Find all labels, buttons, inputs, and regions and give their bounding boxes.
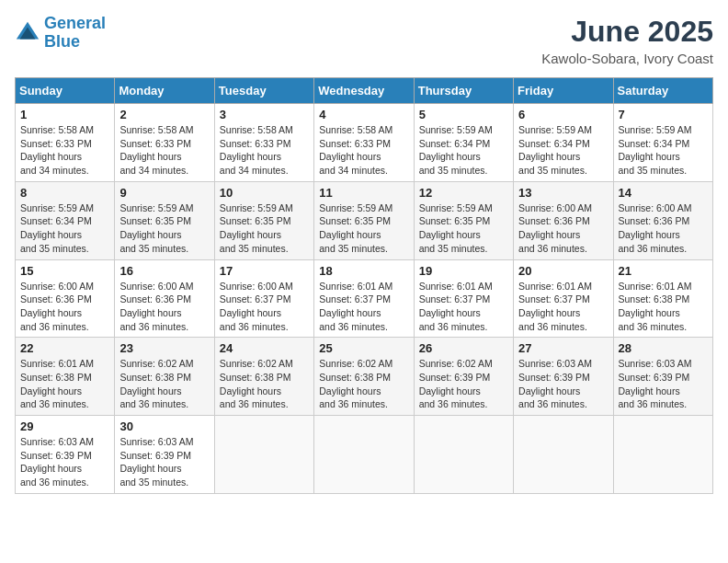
- calendar-day-cell: 19 Sunrise: 6:01 AM Sunset: 6:37 PM Dayl…: [414, 259, 513, 338]
- day-number: 2: [119, 108, 209, 121]
- day-info: Sunrise: 6:00 AM Sunset: 6:36 PM Dayligh…: [518, 201, 608, 256]
- day-number: 16: [119, 264, 209, 278]
- col-monday: Monday: [115, 78, 214, 104]
- day-info: Sunrise: 6:02 AM Sunset: 6:38 PM Dayligh…: [119, 357, 209, 411]
- calendar-day-cell: 22 Sunrise: 6:01 AM Sunset: 6:38 PM Dayl…: [16, 338, 115, 416]
- day-info: Sunrise: 5:58 AM Sunset: 6:33 PM Dayligh…: [319, 123, 408, 178]
- day-info: Sunrise: 6:02 AM Sunset: 6:38 PM Dayligh…: [220, 357, 309, 411]
- day-info: Sunrise: 5:59 AM Sunset: 6:35 PM Dayligh…: [119, 201, 209, 256]
- calendar-day-cell: 25 Sunrise: 6:02 AM Sunset: 6:38 PM Dayl…: [314, 338, 414, 416]
- day-number: 27: [518, 341, 608, 355]
- calendar-week-row: 15 Sunrise: 6:00 AM Sunset: 6:36 PM Dayl…: [16, 259, 713, 338]
- calendar-day-cell: 20 Sunrise: 6:01 AM Sunset: 6:37 PM Dayl…: [514, 259, 613, 338]
- calendar-day-cell: 16 Sunrise: 6:00 AM Sunset: 6:36 PM Dayl…: [115, 259, 214, 338]
- day-number: 13: [518, 186, 608, 200]
- day-info: Sunrise: 6:03 AM Sunset: 6:39 PM Dayligh…: [119, 435, 209, 489]
- calendar-body: 1 Sunrise: 5:58 AM Sunset: 6:33 PM Dayli…: [16, 104, 713, 494]
- calendar-day-cell: 12 Sunrise: 5:59 AM Sunset: 6:35 PM Dayl…: [414, 181, 513, 259]
- col-thursday: Thursday: [414, 78, 513, 104]
- day-info: Sunrise: 6:01 AM Sunset: 6:38 PM Dayligh…: [20, 357, 109, 411]
- calendar-day-cell: 2 Sunrise: 5:58 AM Sunset: 6:33 PM Dayli…: [115, 104, 214, 182]
- day-number: 14: [619, 186, 708, 200]
- day-info: Sunrise: 6:00 AM Sunset: 6:36 PM Dayligh…: [619, 201, 708, 256]
- logo: General Blue: [15, 15, 106, 52]
- day-number: 11: [319, 186, 408, 200]
- day-number: 24: [220, 341, 309, 355]
- day-info: Sunrise: 6:02 AM Sunset: 6:38 PM Dayligh…: [319, 357, 408, 411]
- col-friday: Friday: [514, 78, 613, 104]
- day-info: Sunrise: 5:58 AM Sunset: 6:33 PM Dayligh…: [20, 123, 109, 178]
- day-number: 18: [319, 264, 408, 278]
- day-number: 17: [220, 264, 309, 278]
- calendar-day-cell: 29 Sunrise: 6:03 AM Sunset: 6:39 PM Dayl…: [16, 416, 115, 494]
- day-number: 3: [220, 108, 309, 121]
- day-info: Sunrise: 5:58 AM Sunset: 6:33 PM Dayligh…: [220, 123, 309, 178]
- month-year-title: June 2025: [541, 15, 713, 49]
- day-number: 4: [319, 108, 408, 121]
- col-saturday: Saturday: [613, 78, 712, 104]
- day-info: Sunrise: 5:59 AM Sunset: 6:34 PM Dayligh…: [20, 201, 109, 256]
- day-number: 25: [319, 341, 408, 355]
- day-number: 6: [518, 108, 608, 121]
- calendar-day-cell: 27 Sunrise: 6:03 AM Sunset: 6:39 PM Dayl…: [514, 338, 613, 416]
- day-number: 29: [20, 419, 109, 433]
- day-info: Sunrise: 6:00 AM Sunset: 6:36 PM Dayligh…: [119, 280, 209, 334]
- calendar-day-cell: 11 Sunrise: 5:59 AM Sunset: 6:35 PM Dayl…: [314, 181, 414, 259]
- col-wednesday: Wednesday: [314, 78, 414, 104]
- calendar-day-cell: 15 Sunrise: 6:00 AM Sunset: 6:36 PM Dayl…: [16, 259, 115, 338]
- day-number: 5: [419, 108, 508, 121]
- day-info: Sunrise: 5:58 AM Sunset: 6:33 PM Dayligh…: [119, 123, 209, 178]
- calendar-day-cell: 6 Sunrise: 5:59 AM Sunset: 6:34 PM Dayli…: [514, 104, 613, 182]
- day-number: 10: [220, 186, 309, 200]
- day-info: Sunrise: 6:01 AM Sunset: 6:38 PM Dayligh…: [619, 280, 708, 334]
- day-info: Sunrise: 5:59 AM Sunset: 6:35 PM Dayligh…: [419, 201, 508, 256]
- calendar-day-cell: 28 Sunrise: 6:03 AM Sunset: 6:39 PM Dayl…: [613, 338, 712, 416]
- day-number: 8: [20, 186, 109, 200]
- empty-cell: [314, 416, 414, 494]
- day-number: 28: [619, 341, 708, 355]
- calendar-day-cell: 3 Sunrise: 5:58 AM Sunset: 6:33 PM Dayli…: [214, 104, 313, 182]
- calendar-day-cell: 18 Sunrise: 6:01 AM Sunset: 6:37 PM Dayl…: [314, 259, 414, 338]
- empty-cell: [414, 416, 513, 494]
- calendar-day-cell: 8 Sunrise: 5:59 AM Sunset: 6:34 PM Dayli…: [16, 181, 115, 259]
- day-number: 23: [119, 341, 209, 355]
- logo-line1: General: [44, 14, 106, 32]
- calendar-day-cell: 21 Sunrise: 6:01 AM Sunset: 6:38 PM Dayl…: [613, 259, 712, 338]
- day-info: Sunrise: 5:59 AM Sunset: 6:34 PM Dayligh…: [619, 123, 708, 178]
- logo-line2: Blue: [44, 32, 80, 51]
- calendar-day-cell: 30 Sunrise: 6:03 AM Sunset: 6:39 PM Dayl…: [115, 416, 214, 494]
- calendar-week-row: 29 Sunrise: 6:03 AM Sunset: 6:39 PM Dayl…: [16, 416, 713, 494]
- location-subtitle: Kawolo-Sobara, Ivory Coast: [541, 51, 713, 66]
- calendar-day-cell: 4 Sunrise: 5:58 AM Sunset: 6:33 PM Dayli…: [314, 104, 414, 182]
- calendar-week-row: 1 Sunrise: 5:58 AM Sunset: 6:33 PM Dayli…: [16, 104, 713, 182]
- calendar-week-row: 22 Sunrise: 6:01 AM Sunset: 6:38 PM Dayl…: [16, 338, 713, 416]
- day-info: Sunrise: 5:59 AM Sunset: 6:35 PM Dayligh…: [220, 201, 309, 256]
- calendar-day-cell: 23 Sunrise: 6:02 AM Sunset: 6:38 PM Dayl…: [115, 338, 214, 416]
- calendar-day-cell: 17 Sunrise: 6:00 AM Sunset: 6:37 PM Dayl…: [214, 259, 313, 338]
- calendar-day-cell: 1 Sunrise: 5:58 AM Sunset: 6:33 PM Dayli…: [16, 104, 115, 182]
- calendar-day-cell: 5 Sunrise: 5:59 AM Sunset: 6:34 PM Dayli…: [414, 104, 513, 182]
- empty-cell: [214, 416, 313, 494]
- day-info: Sunrise: 6:03 AM Sunset: 6:39 PM Dayligh…: [619, 357, 708, 411]
- day-number: 19: [419, 264, 508, 278]
- day-number: 1: [20, 108, 109, 121]
- day-info: Sunrise: 5:59 AM Sunset: 6:35 PM Dayligh…: [319, 201, 408, 256]
- page-header: General Blue June 2025 Kawolo-Sobara, Iv…: [15, 15, 713, 66]
- day-number: 7: [619, 108, 708, 121]
- calendar-day-cell: 7 Sunrise: 5:59 AM Sunset: 6:34 PM Dayli…: [613, 104, 712, 182]
- day-number: 30: [119, 419, 209, 433]
- col-tuesday: Tuesday: [214, 78, 313, 104]
- day-info: Sunrise: 6:01 AM Sunset: 6:37 PM Dayligh…: [419, 280, 508, 334]
- calendar-day-cell: 13 Sunrise: 6:00 AM Sunset: 6:36 PM Dayl…: [514, 181, 613, 259]
- empty-cell: [613, 416, 712, 494]
- day-info: Sunrise: 6:01 AM Sunset: 6:37 PM Dayligh…: [518, 280, 608, 334]
- day-info: Sunrise: 5:59 AM Sunset: 6:34 PM Dayligh…: [419, 123, 508, 178]
- calendar-day-cell: 26 Sunrise: 6:02 AM Sunset: 6:39 PM Dayl…: [414, 338, 513, 416]
- col-sunday: Sunday: [16, 78, 115, 104]
- empty-cell: [514, 416, 613, 494]
- calendar-day-cell: 10 Sunrise: 5:59 AM Sunset: 6:35 PM Dayl…: [214, 181, 313, 259]
- calendar-day-cell: 24 Sunrise: 6:02 AM Sunset: 6:38 PM Dayl…: [214, 338, 313, 416]
- title-area: June 2025 Kawolo-Sobara, Ivory Coast: [541, 15, 713, 66]
- day-info: Sunrise: 5:59 AM Sunset: 6:34 PM Dayligh…: [518, 123, 608, 178]
- day-number: 20: [518, 264, 608, 278]
